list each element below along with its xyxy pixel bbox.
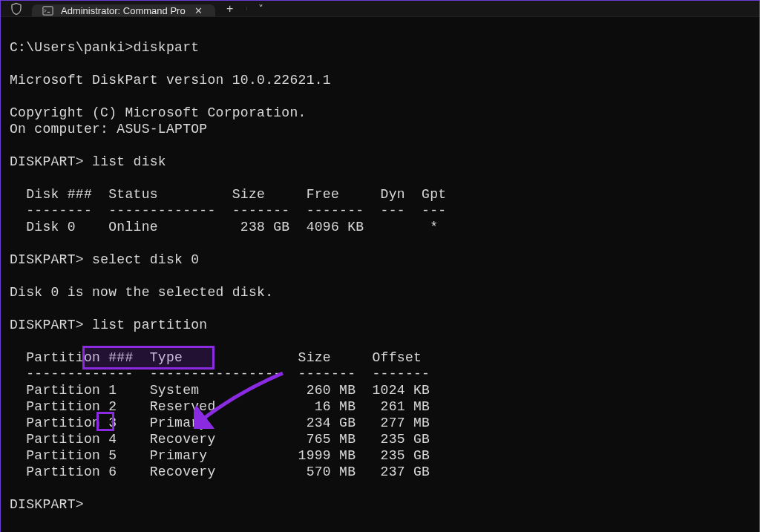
diskpart-prompt: DISKPART> (10, 252, 84, 267)
diskpart-prompt-final: DISKPART> (10, 497, 84, 512)
partition-row: Partition 1 System 260 MB 1024 KB (10, 383, 430, 398)
partition-row: Partition 3 Primary 234 GB 277 MB (10, 416, 430, 430)
tab-dropdown-button[interactable]: ˅ (249, 1, 274, 16)
svg-rect-0 (43, 6, 53, 14)
tab-title: Administrator: Command Pro (61, 5, 186, 16)
prompt-path: C:\Users\panki> (10, 40, 134, 55)
disk-row: Disk 0 Online 238 GB 4096 KB * (10, 220, 438, 234)
partition-row: Partition 5 Primary 1999 MB 235 GB (10, 448, 430, 463)
shield-icon (1, 1, 32, 16)
partition-table-divider: ------------- ---------------- ------- -… (10, 367, 430, 381)
partition-row: Partition 4 Recovery 765 MB 235 GB (10, 432, 430, 447)
disk-table-header: Disk ### Status Size Free Dyn Gpt (10, 187, 446, 202)
on-computer-line: On computer: ASUS-LAPTOP (10, 122, 207, 137)
cmd-diskpart: diskpart (134, 40, 200, 55)
close-tab-button[interactable]: ✕ (193, 4, 205, 16)
partition-row: Partition 6 Recovery 570 MB 237 GB (10, 464, 430, 479)
disk-table-divider: -------- ------------- ------- ------- -… (10, 203, 446, 218)
partition-row: Partition 2 Reserved 16 MB 261 MB (10, 399, 430, 414)
copyright-line: Copyright (C) Microsoft Corporation. (10, 105, 307, 120)
titlebar: Administrator: Command Pro ✕ + ˅ (1, 1, 759, 17)
terminal-icon (42, 5, 53, 16)
terminal-output[interactable]: C:\Users\panki>diskpart Microsoft DiskPa… (1, 17, 759, 532)
version-line: Microsoft DiskPart version 10.0.22621.1 (10, 73, 331, 88)
divider (246, 7, 247, 10)
diskpart-prompt: DISKPART> (10, 318, 84, 332)
terminal-window: Administrator: Command Pro ✕ + ˅ C:\User… (0, 0, 760, 532)
selected-msg: Disk 0 is now the selected disk. (10, 285, 273, 300)
diskpart-prompt: DISKPART> (10, 154, 84, 169)
partition-table-header: Partition ### Type Size Offset (10, 350, 422, 365)
cmd-list-partition: list partition (92, 318, 207, 332)
cmd-list-disk: list disk (92, 154, 166, 169)
cmd-select-disk: select disk 0 (92, 252, 199, 267)
tab-active[interactable]: Administrator: Command Pro ✕ (32, 4, 215, 16)
new-tab-button[interactable]: + (215, 1, 245, 16)
